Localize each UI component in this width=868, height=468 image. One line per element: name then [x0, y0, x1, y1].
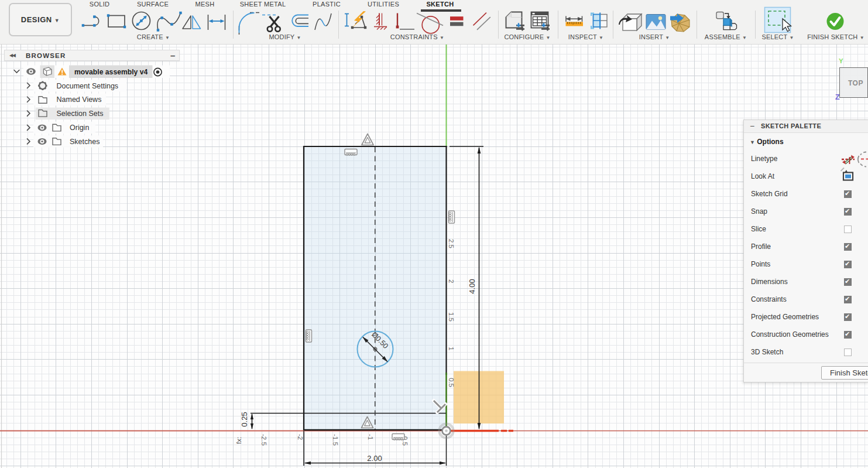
svg-text:-1: -1	[367, 434, 374, 440]
svg-text:movable assembly v4: movable assembly v4	[74, 68, 148, 76]
svg-text:2: 2	[448, 279, 455, 283]
svg-text:Sketches: Sketches	[70, 138, 100, 146]
svg-text:2.5: 2.5	[448, 239, 455, 248]
svg-text:1: 1	[448, 347, 455, 350]
svg-text:1.5: 1.5	[448, 312, 455, 322]
svg-text:-2.5: -2.5	[260, 434, 267, 446]
svg-text:-2: -2	[297, 434, 304, 440]
svg-text:Selection Sets: Selection Sets	[57, 110, 104, 118]
svg-text:Document Settings: Document Settings	[57, 82, 119, 90]
svg-text:0.5: 0.5	[448, 378, 455, 387]
svg-text:0.25: 0.25	[240, 412, 249, 426]
svg-text:-1.5: -1.5	[332, 434, 339, 446]
svg-text:Named Views: Named Views	[57, 95, 102, 104]
svg-text:4.00: 4.00	[468, 279, 476, 293]
svg-text:2.00: 2.00	[367, 454, 382, 463]
svg-text:Origin: Origin	[70, 124, 89, 132]
svg-text:fx:: fx:	[235, 437, 242, 444]
